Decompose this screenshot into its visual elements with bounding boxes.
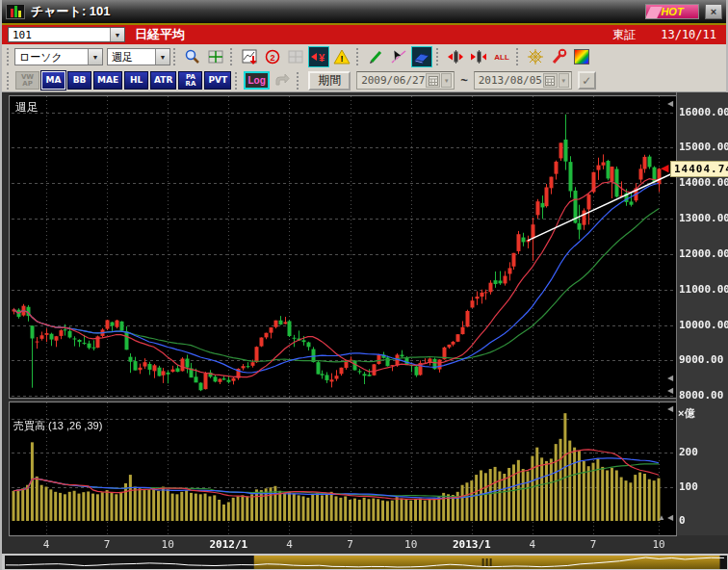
indicator-button-hl[interactable]: HL (124, 71, 148, 90)
toolbar-grip[interactable] (230, 48, 233, 65)
timeframe-combo[interactable]: 週足 ▼ (107, 48, 170, 65)
svg-text:¥: ¥ (319, 52, 325, 64)
pane-label-volume: 売買高 (13 ,26 ,39) (13, 419, 102, 433)
last-price-tag: 14404.74 (670, 161, 728, 177)
price-axis-label: 10000.00 (679, 319, 728, 331)
palette-icon[interactable] (571, 46, 592, 67)
trendline-cursor-icon[interactable] (388, 46, 409, 67)
indicator-button-atr[interactable]: ATR (150, 71, 176, 90)
toolbar-grip[interactable] (173, 48, 176, 65)
indicator-button-bb[interactable]: BB (67, 71, 91, 90)
scroll-handle-icon[interactable]: ◀ (667, 375, 673, 382)
price-axis-label: 14000.00 (679, 176, 728, 189)
date-axis-label: 10 (162, 538, 174, 551)
scroll-handle-icon[interactable]: ◀ (667, 100, 673, 108)
pane-label-timeframe: 週足 (15, 99, 39, 116)
chart-type-combo[interactable]: ローソク ▼ (14, 48, 103, 65)
close-icon[interactable]: × (705, 4, 722, 19)
scroll-handle-icon[interactable]: ◀ (667, 514, 673, 522)
app-chart-icon (6, 4, 25, 19)
timeframe-value: 週足 (108, 50, 155, 65)
date-axis-label: 7 (104, 538, 111, 551)
exchange-label: 東証 (612, 27, 636, 43)
date-from-value: 2009/06/27 (357, 74, 426, 87)
price-axis-label: 12000.00 (679, 247, 728, 260)
price-axis-label: 13000.00 (679, 212, 728, 224)
chevron-down-icon[interactable]: ▼ (559, 73, 569, 88)
toolbar-main: ローソク ▼ 週足 ▼ 2¥!ALL (2, 44, 726, 69)
chevron-down-icon[interactable]: ▼ (110, 28, 124, 41)
hot-button[interactable]: HOT (645, 4, 699, 19)
volume-axis-label: 0 (679, 514, 686, 527)
date-axis-label: 4 (286, 538, 293, 551)
price-axis-label: 9000.00 (679, 353, 723, 366)
compare-2-icon[interactable]: 2 (262, 46, 283, 67)
indicator-download-icon[interactable] (239, 46, 260, 67)
toolbar-grip[interactable] (356, 48, 359, 65)
grid-settings-icon[interactable] (205, 46, 226, 67)
apply-checkbox[interactable]: ✓ (578, 71, 596, 90)
date-axis-label: 4 (530, 538, 536, 551)
date-to-value: 2013/08/05 (475, 74, 543, 87)
volume-unit-label: ×億 (678, 406, 694, 421)
scroll-handle-icon[interactable]: ▲ (658, 514, 665, 522)
scroll-handle-icon[interactable]: ◀ (667, 405, 673, 413)
toolbar-grip[interactable] (436, 48, 439, 65)
expand-bars-icon[interactable] (445, 46, 466, 67)
volume-axis-label: 100 (679, 480, 698, 493)
toolbar-grip[interactable] (7, 48, 10, 65)
date-axis-label: 10 (652, 538, 664, 551)
zoom-icon[interactable] (182, 46, 203, 67)
alert-icon[interactable]: ! (331, 46, 352, 67)
show-all-icon[interactable]: ALL (491, 46, 512, 67)
window-title: チャート: 101 (31, 3, 111, 20)
date-axis-label: 7 (347, 538, 353, 551)
range-separator: ~ (460, 73, 468, 88)
eraser-icon[interactable] (411, 46, 432, 67)
chevron-down-icon[interactable]: ▼ (155, 49, 169, 65)
toolbar-grip[interactable] (7, 72, 10, 90)
price-axis-label: 15000.00 (679, 141, 728, 153)
chart-canvas[interactable] (2, 92, 728, 570)
chart-window: チャート: 101 HOT × 101 ▼ 日経平均 東証 13/10/11 ロ… (0, 0, 728, 570)
indicator-button-vwap[interactable]: VWAP (15, 71, 39, 90)
date-axis-label: 2013/1 (453, 538, 491, 551)
symbol-code-combo[interactable]: 101 ▼ (8, 27, 125, 42)
date-axis-label: 4 (43, 538, 50, 551)
price-line-icon[interactable]: ¥ (308, 46, 329, 67)
date-to-field[interactable]: 2013/08/05 ▼ (474, 71, 572, 90)
toolbar-grip[interactable] (297, 72, 299, 90)
indicator-button-mae[interactable]: MAE (93, 71, 122, 90)
indicator-button-para[interactable]: PARA (178, 71, 202, 90)
date-from-field[interactable]: 2009/06/27 ▼ (356, 71, 455, 90)
last-price-arrow-icon: ◀ (661, 162, 668, 174)
scroll-handle-icon[interactable]: ◀ (667, 387, 673, 395)
toolbar-indicators: VWAPMABBMAEHLATRPARAPVT Log 期間 2009/06/2… (2, 69, 726, 92)
calendar-icon[interactable] (426, 73, 440, 88)
hot-stripe-icon (645, 7, 663, 18)
svg-text:2: 2 (270, 53, 274, 63)
period-button[interactable]: 期間 (308, 71, 351, 91)
title-bar[interactable]: チャート: 101 HOT × (2, 0, 726, 23)
symbol-name: 日経平均 (135, 26, 185, 43)
log-scale-button[interactable]: Log (244, 71, 270, 90)
symbol-bar: 101 ▼ 日経平均 東証 13/10/11 (2, 25, 726, 44)
price-axis-label: 8000.00 (679, 389, 723, 402)
pencil-icon[interactable] (365, 46, 386, 67)
frame-icon[interactable] (285, 46, 306, 67)
wrench-icon[interactable] (548, 46, 569, 67)
toolbar-grip[interactable] (516, 48, 519, 65)
price-axis-label: 16000.00 (679, 106, 728, 118)
indicator-button-pvt[interactable]: PVT (204, 71, 231, 90)
chevron-down-icon[interactable]: ▼ (88, 49, 102, 65)
chart-type-value: ローソク (15, 50, 88, 65)
symbol-code: 101 (9, 29, 110, 41)
toolbar-grip[interactable] (235, 72, 238, 90)
calendar-icon[interactable] (543, 73, 558, 88)
chevron-down-icon[interactable]: ▼ (441, 73, 452, 88)
indicator-button-ma[interactable]: MA (41, 71, 65, 90)
volume-axis-label: 200 (679, 446, 698, 458)
web-settings-icon[interactable] (525, 46, 546, 67)
redo-arrow-icon[interactable] (272, 70, 293, 91)
shrink-bars-icon[interactable] (468, 46, 489, 67)
